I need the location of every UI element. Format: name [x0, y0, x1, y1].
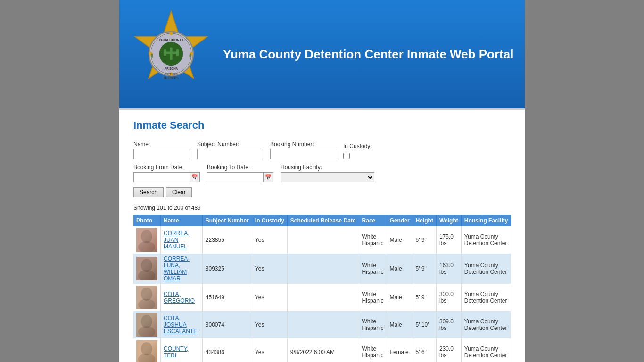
svg-point-24 — [141, 288, 152, 301]
cell-in-custody: Yes — [252, 254, 287, 284]
col-weight: Weight — [436, 215, 461, 226]
in-custody-checkbox[interactable] — [343, 153, 350, 159]
booking-from-field-group: Booking From Date: 📅 — [133, 164, 200, 182]
booking-from-label: Booking From Date: — [133, 164, 200, 171]
booking-to-field-group: Booking To Date: 📅 — [207, 164, 273, 182]
cell-subject-number: 309325 — [202, 254, 252, 284]
cell-height: 5' 9" — [413, 226, 436, 254]
booking-to-date-wrapper: 📅 — [207, 172, 273, 182]
svg-point-9 — [169, 32, 173, 35]
inmate-name-link[interactable]: COTA, JOSHUA ESCALANTE — [164, 315, 197, 335]
cell-housing: Yuma County Detention Center — [461, 311, 511, 338]
in-custody-field-group: In Custody: — [343, 143, 372, 159]
cell-weight: 175.0 lbs — [436, 226, 461, 254]
subject-number-label: Subject Number: — [197, 141, 263, 148]
form-row-1: Name: Subject Number: Booking Number: In… — [133, 141, 511, 159]
cell-subject-number: 300074 — [202, 311, 252, 338]
svg-text:ARIZONA: ARIZONA — [165, 67, 178, 70]
svg-point-18 — [141, 230, 152, 243]
inmate-name-link[interactable]: COUNTY, TERI — [164, 346, 188, 359]
svg-point-22 — [138, 270, 155, 280]
cell-name[interactable]: COTA, JOSHUA ESCALANTE — [161, 311, 203, 338]
svg-point-25 — [138, 299, 155, 309]
booking-number-field-group: Booking Number: — [270, 141, 336, 159]
col-race: Race — [359, 215, 387, 226]
cell-in-custody: Yes — [252, 284, 287, 311]
inmate-photo — [136, 340, 157, 362]
cell-gender: Female — [387, 338, 413, 362]
cell-weight: 309.0 lbs — [436, 311, 461, 338]
cell-subject-number: 451649 — [202, 284, 252, 311]
booking-to-label: Booking To Date: — [207, 164, 273, 171]
booking-from-date-wrapper: 📅 — [133, 172, 200, 182]
table-row: COTA, JOSHUA ESCALANTE300074YesWhite His… — [133, 311, 511, 338]
svg-point-28 — [138, 326, 155, 337]
col-gender: Gender — [387, 215, 413, 226]
cell-weight: 300.0 lbs — [436, 284, 461, 311]
name-input[interactable] — [133, 149, 190, 159]
svg-point-30 — [141, 342, 152, 355]
clear-button[interactable]: Clear — [166, 187, 192, 197]
cell-release-date — [287, 284, 359, 311]
booking-to-input[interactable] — [207, 172, 264, 182]
booking-from-calendar-icon[interactable]: 📅 — [190, 172, 200, 182]
button-row: Search Clear — [133, 187, 511, 197]
main-content: Inmate Search Name: Subject Number: Book… — [119, 108, 525, 362]
housing-facility-select[interactable]: Yuma County Detention Center — [281, 172, 374, 182]
col-release-date: Scheduled Release Date — [287, 215, 359, 226]
col-housing: Housing Facility — [461, 215, 511, 226]
cell-height: 5' 9" — [413, 284, 436, 311]
page-title: Inmate Search — [133, 119, 511, 132]
subject-number-input[interactable] — [197, 149, 263, 159]
results-info: Showing 101 to 200 of 489 — [133, 205, 511, 211]
cell-housing: Yuma County Detention Center — [461, 226, 511, 254]
cell-race: White Hispanic — [359, 226, 387, 254]
table-row: COUNTY, TERI434386Yes9/8/2022 6:00 AMWhi… — [133, 338, 511, 362]
booking-to-calendar-icon[interactable]: 📅 — [263, 172, 273, 182]
booking-from-input[interactable] — [133, 172, 190, 182]
cell-race: White Hispanic — [359, 284, 387, 311]
cell-name[interactable]: CORREA-LUNA, WILLIAM OMAR — [161, 254, 203, 284]
header: YUMA COUNTY ARIZONA OFFICE SHERIFF'S Yum… — [119, 0, 525, 108]
cell-subject-number: 223855 — [202, 226, 252, 254]
search-button[interactable]: Search — [133, 187, 164, 197]
cell-photo — [133, 338, 161, 362]
cell-weight: 230.0 lbs — [436, 338, 461, 362]
cell-race: White Hispanic — [359, 311, 387, 338]
col-photo: Photo — [133, 215, 161, 226]
cell-photo — [133, 254, 161, 284]
inmate-name-link[interactable]: CORREA, JUAN MANUEL — [164, 230, 190, 250]
inmate-photo — [136, 228, 157, 252]
name-field-group: Name: — [133, 141, 190, 159]
col-subject-number: Subject Number — [202, 215, 252, 226]
cell-release-date — [287, 226, 359, 254]
cell-height: 5' 6" — [413, 338, 436, 362]
svg-rect-8 — [176, 49, 179, 56]
cell-name[interactable]: COTA, GREGORIO — [161, 284, 203, 311]
cell-release-date: 9/8/2022 6:00 AM — [287, 338, 359, 362]
cell-name[interactable]: CORREA, JUAN MANUEL — [161, 226, 203, 254]
inmate-name-link[interactable]: COTA, GREGORIO — [164, 291, 195, 304]
cell-name[interactable]: COUNTY, TERI — [161, 338, 203, 362]
col-height: Height — [413, 215, 436, 226]
cell-weight: 163.0 lbs — [436, 254, 461, 284]
form-row-2: Booking From Date: 📅 Booking To Date: 📅 … — [133, 164, 511, 182]
header-title: Yuma County Detention Center Inmate Web … — [223, 47, 513, 62]
svg-point-27 — [141, 315, 152, 328]
cell-housing: Yuma County Detention Center — [461, 338, 511, 362]
cell-gender: Male — [387, 226, 413, 254]
sheriff-badge-icon: YUMA COUNTY ARIZONA OFFICE SHERIFF'S — [129, 7, 214, 101]
table-header-row: Photo Name Subject Number In Custody Sch… — [133, 215, 511, 226]
header-title-area: Yuma County Detention Center Inmate Web … — [223, 47, 513, 62]
svg-text:SHERIFF'S: SHERIFF'S — [164, 76, 179, 80]
cell-photo — [133, 311, 161, 338]
svg-text:OFFICE: OFFICE — [166, 73, 176, 75]
table-row: CORREA-LUNA, WILLIAM OMAR309325YesWhite … — [133, 254, 511, 284]
cell-height: 5' 10" — [413, 311, 436, 338]
cell-in-custody: Yes — [252, 226, 287, 254]
table-body: CORREA, JUAN MANUEL223855YesWhite Hispan… — [133, 226, 511, 362]
svg-point-19 — [138, 241, 155, 252]
booking-number-input[interactable] — [270, 149, 336, 159]
col-name: Name — [161, 215, 203, 226]
inmate-name-link[interactable]: CORREA-LUNA, WILLIAM OMAR — [164, 255, 190, 282]
